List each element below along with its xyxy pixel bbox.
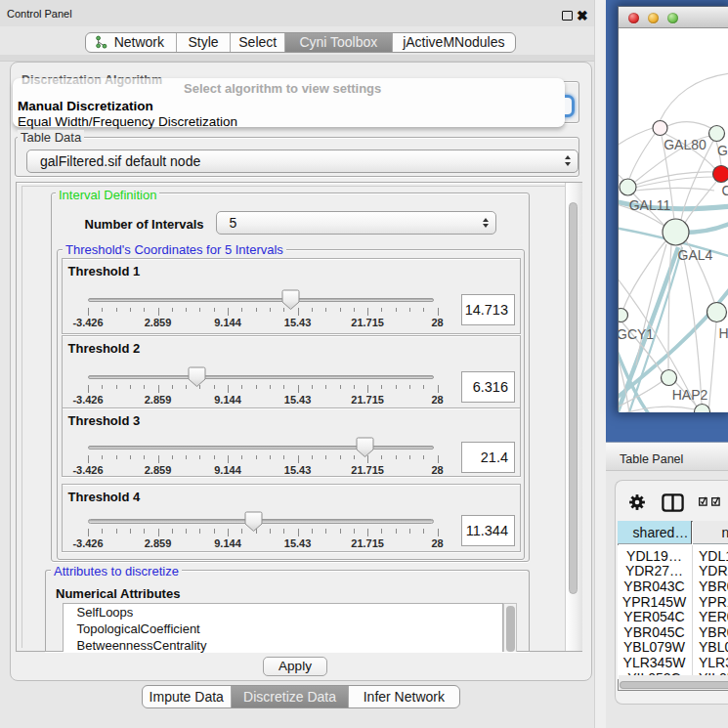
svg-text:GAL4: GAL4 [677, 247, 712, 263]
svg-text:GCY1: GCY1 [619, 325, 654, 341]
svg-text:GAL: GAL [717, 142, 728, 157]
svg-text:GAL11: GAL11 [628, 197, 670, 213]
svg-text:CY: CY [721, 182, 728, 197]
svg-text:HA: HA [718, 325, 728, 341]
svg-text:HAP2: HAP2 [671, 386, 707, 402]
svg-text:GAL80: GAL80 [664, 137, 707, 152]
